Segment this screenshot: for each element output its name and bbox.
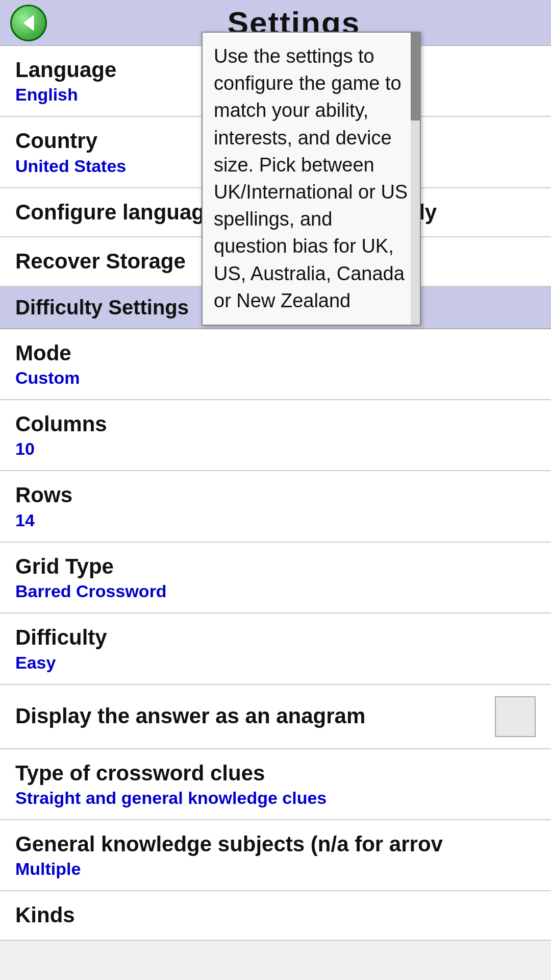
gk-subjects-label: General knowledge subjects (n/a for arro… [15,831,536,857]
difficulty-label: Difficulty [15,625,536,650]
anagram-checkbox[interactable] [495,696,536,737]
grid-type-value: Barred Crossword [15,581,536,601]
grid-type-label: Grid Type [15,554,536,579]
gk-subjects-value: Multiple [15,859,536,879]
clue-type-value: Straight and general knowledge clues [15,788,536,808]
difficulty-value: Easy [15,653,536,673]
anagram-label: Display the answer as an anagram [15,703,365,729]
tooltip-scrollbar[interactable] [411,33,420,325]
rows-label: Rows [15,482,536,508]
difficulty-row[interactable]: Difficulty Easy [0,614,551,684]
difficulty-section-label: Difficulty Settings [15,296,189,318]
anagram-row[interactable]: Display the answer as an anagram [0,685,551,749]
back-button[interactable] [10,5,47,41]
rows-value: 14 [15,510,536,530]
columns-value: 10 [15,439,536,459]
tooltip-scrollbar-thumb [411,33,420,120]
columns-row[interactable]: Columns 10 [0,400,551,471]
grid-type-row[interactable]: Grid Type Barred Crossword [0,543,551,614]
kinds-row[interactable]: Kinds [0,891,551,940]
gk-subjects-row[interactable]: General knowledge subjects (n/a for arro… [0,820,551,891]
mode-row[interactable]: Mode Custom [0,329,551,400]
tooltip-text: Use the settings to configure the game t… [214,45,408,311]
tooltip-popup: Use the settings to configure the game t… [202,32,421,326]
columns-label: Columns [15,411,536,437]
clue-type-row[interactable]: Type of crossword clues Straight and gen… [0,749,551,820]
svg-marker-0 [23,15,34,31]
mode-value: Custom [15,368,536,388]
clue-type-label: Type of crossword clues [15,761,536,786]
rows-row[interactable]: Rows 14 [0,471,551,542]
mode-label: Mode [15,340,536,366]
kinds-label: Kinds [15,902,536,928]
